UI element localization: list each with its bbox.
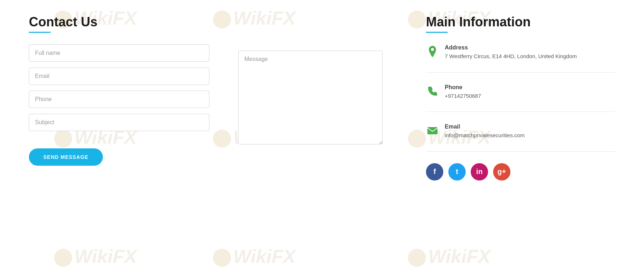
watermark-8: WikiFX [213,246,296,267]
email-value: info@matchprivatesecurities.com [445,131,525,140]
email-input[interactable] [29,68,209,85]
divider-3 [426,151,615,152]
subject-input[interactable] [29,114,209,131]
watermark-9: WikiFX [408,246,491,267]
page-wrapper: WikiFX WikiFX WikiFX WikiFX WikiFX WikiF… [0,0,644,278]
message-textarea[interactable] [238,51,383,144]
email-group [29,68,209,85]
social-row: f t in g+ [426,163,615,181]
main-info-section: Main Information Address 7 Westferry Cir… [397,14,615,181]
phone-icon [426,85,439,98]
contact-title: Contact Us [29,14,209,30]
send-message-button[interactable]: SEND MESSAGE [29,148,103,166]
full-name-group [29,44,209,62]
watermark-7: WikiFX [54,246,137,267]
phone-text-group: Phone +97142750687 [445,84,481,100]
facebook-icon[interactable]: f [426,163,443,181]
email-text-group: Email info@matchprivatesecurities.com [445,123,525,140]
googleplus-label: g+ [497,168,506,176]
email-item: Email info@matchprivatesecurities.com [426,123,615,140]
phone-group [29,91,209,108]
contact-title-underline [29,32,51,33]
phone-input[interactable] [29,91,209,108]
googleplus-icon[interactable]: g+ [493,163,510,181]
svg-rect-0 [427,127,438,134]
linkedin-icon[interactable]: in [471,163,488,181]
main-info-title-underline [426,32,448,33]
full-name-input[interactable] [29,44,209,62]
phone-value: +97142750687 [445,92,481,100]
divider-2 [426,112,615,112]
facebook-label: f [434,168,436,176]
location-icon [426,45,439,58]
divider-1 [426,72,615,73]
phone-item: Phone +97142750687 [426,84,615,100]
address-value: 7 Westferry Circus, E14 4HD, London, Uni… [445,52,577,61]
email-icon [426,124,439,137]
twitter-label: t [456,168,458,176]
address-item: Address 7 Westferry Circus, E14 4HD, Lon… [426,44,615,61]
address-text-group: Address 7 Westferry Circus, E14 4HD, Lon… [445,44,577,61]
phone-label: Phone [445,84,481,91]
contact-section: Contact Us SEND MESSAGE [29,14,224,181]
address-label: Address [445,44,577,51]
content-area: Contact Us SEND MESSAGE Main Information [0,0,644,195]
message-section [224,14,397,181]
twitter-icon[interactable]: t [448,163,466,181]
main-info-title: Main Information [426,14,615,30]
linkedin-label: in [476,168,483,176]
subject-group [29,114,209,131]
email-label: Email [445,123,525,130]
